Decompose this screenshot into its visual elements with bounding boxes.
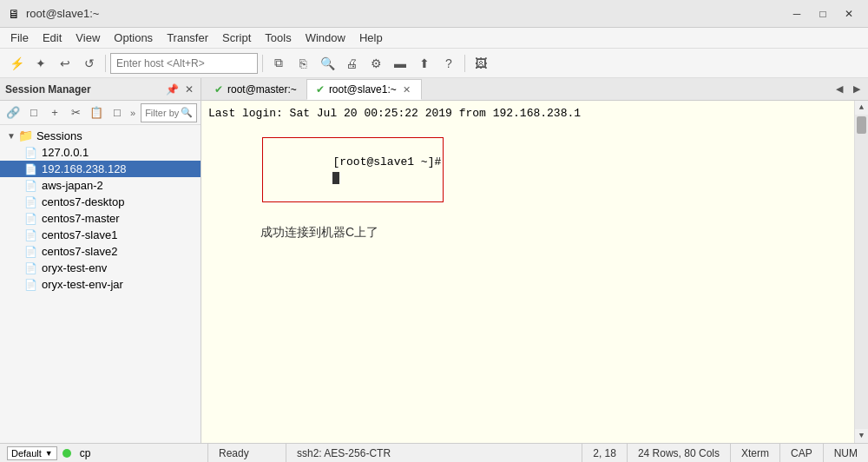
profile-dropdown[interactable]: Default ▼ <box>7 446 57 460</box>
tab-master[interactable]: ✔ root@master:~ <box>205 79 306 100</box>
session-item-1[interactable]: 📄 192.168.238.128 <box>0 161 201 177</box>
session-item-5[interactable]: 📄 centos7-slave1 <box>0 227 201 243</box>
sidebar-paste-btn[interactable]: □ <box>108 104 127 122</box>
sidebar-search-icon: 🔍 <box>181 107 193 118</box>
status-bar: Default ▼ cp Ready ssh2: AES-256-CTR 2, … <box>0 443 868 462</box>
title-bar: 🖥 root@slave1:~ ─ □ ✕ <box>0 0 868 28</box>
tab-check-slave1: ✔ <box>316 83 325 96</box>
toolbar-extra[interactable]: 🖼 <box>470 52 492 75</box>
menu-script[interactable]: Script <box>215 29 258 48</box>
sidebar-title: Session Manager <box>5 83 164 96</box>
sidebar-properties-btn[interactable]: □ <box>24 104 43 122</box>
menu-view[interactable]: View <box>69 29 107 48</box>
session-label-6: centos7-slave2 <box>42 245 117 258</box>
menu-help[interactable]: Help <box>352 29 390 48</box>
tab-label-master: root@master:~ <box>227 83 297 96</box>
menu-window[interactable]: Window <box>299 29 352 48</box>
sidebar-new-btn[interactable]: + <box>45 104 64 122</box>
tab-slave1[interactable]: ✔ root@slave1:~ ✕ <box>306 79 422 100</box>
sidebar-filter-input[interactable] <box>145 108 181 118</box>
terminal-line-prompt: [root@slave1 ~]# <box>208 122 861 218</box>
terminal-annotation: 成功连接到机器C上了 <box>260 225 861 241</box>
close-button[interactable]: ✕ <box>837 5 861 23</box>
status-num-seg: NUM <box>824 444 868 463</box>
tab-bar-arrows: ◀ ▶ <box>832 81 865 98</box>
tab-bar: ✔ root@master:~ ✔ root@slave1:~ ✕ ◀ ▶ <box>201 78 868 101</box>
menu-options[interactable]: Options <box>107 29 160 48</box>
status-encryption-seg: ssh2: AES-256-CTR <box>286 444 582 463</box>
sidebar-filter-box[interactable]: 🔍 <box>141 103 197 122</box>
status-caps-label: CAP <box>791 447 812 459</box>
session-label-3: centos7-desktop <box>42 195 124 208</box>
session-file-icon-0: 📄 <box>24 147 37 159</box>
tab-scroll-left[interactable]: ◀ <box>832 81 847 98</box>
status-right-section: Ready ssh2: AES-256-CTR 2, 18 24 Rows, 8… <box>208 444 868 462</box>
status-terminal-type-seg: Xterm <box>731 444 780 463</box>
sidebar-more-btn[interactable]: » <box>130 108 135 118</box>
scroll-down-arrow[interactable]: ▼ <box>855 429 869 443</box>
status-dimensions-label: 24 Rows, 80 Cols <box>638 447 720 459</box>
terminal-line-0: Last login: Sat Jul 20 00:25:22 2019 fro… <box>208 106 861 122</box>
scroll-thumb[interactable] <box>857 116 866 134</box>
toolbar-print[interactable]: 🖨 <box>340 52 363 75</box>
toolbar-find[interactable]: 🔍 <box>316 52 339 75</box>
session-item-3[interactable]: 📄 centos7-desktop <box>0 194 201 210</box>
scroll-up-arrow[interactable]: ▲ <box>855 101 869 115</box>
toolbar-settings[interactable]: ⚙ <box>365 52 387 75</box>
minimize-button[interactable]: ─ <box>785 5 809 23</box>
terminal-scrollbar[interactable]: ▲ ▼ <box>854 101 868 443</box>
menu-edit[interactable]: Edit <box>36 29 69 48</box>
toolbar-help[interactable]: ? <box>437 52 460 75</box>
session-item-7[interactable]: 📄 oryx-test-env <box>0 260 201 276</box>
app-icon: 🖥 <box>7 7 21 21</box>
toolbar-scripts[interactable]: ⬆ <box>413 52 436 75</box>
session-item-8[interactable]: 📄 oryx-test-env-jar <box>0 276 201 293</box>
toolbar-separator-1 <box>105 55 106 72</box>
session-item-4[interactable]: 📄 centos7-master <box>0 210 201 227</box>
scroll-track[interactable] <box>855 115 868 429</box>
sidebar-copy-btn[interactable]: 📋 <box>87 104 106 122</box>
toolbar: ⚡ ✦ ↩ ↺ ⧉ ⎘ 🔍 🖨 ⚙ ▬ ⬆ ? 🖼 <box>0 49 868 78</box>
session-label-8: oryx-test-env-jar <box>42 278 123 291</box>
terminal-prompt-box: [root@slave1 ~]# <box>262 137 444 202</box>
session-item-2[interactable]: 📄 aws-japan-2 <box>0 177 201 194</box>
toolbar-connect[interactable]: ✦ <box>30 52 52 75</box>
status-encryption-label: ssh2: AES-256-CTR <box>297 447 391 459</box>
menu-tools[interactable]: Tools <box>258 29 298 48</box>
session-item-6[interactable]: 📄 centos7-slave2 <box>0 243 201 260</box>
toolbar-disconnect[interactable]: ↺ <box>78 52 101 75</box>
status-dimensions-seg: 24 Rows, 80 Cols <box>628 444 731 463</box>
host-input[interactable] <box>110 53 258 74</box>
toolbar-paste[interactable]: ⎘ <box>292 52 314 75</box>
session-item-0[interactable]: 📄 127.0.0.1 <box>0 144 201 161</box>
sidebar-pin-icon[interactable]: 📌 <box>164 82 181 96</box>
toolbar-new-session[interactable]: ⚡ <box>5 52 28 75</box>
toolbar-reconnect[interactable]: ↩ <box>54 52 76 75</box>
session-label-7: oryx-test-env <box>42 261 107 274</box>
terminal-cursor <box>332 172 339 184</box>
menu-file[interactable]: File <box>3 29 36 48</box>
sidebar-header-icons: 📌 ✕ <box>164 82 195 96</box>
session-manager-sidebar: Session Manager 📌 ✕ 🔗 □ + ✂ 📋 □ » 🔍 ▼ 📁 … <box>0 78 201 443</box>
toolbar-options2[interactable]: ▬ <box>389 52 411 75</box>
status-caps-seg: CAP <box>780 444 824 463</box>
status-position-seg: 2, 18 <box>582 444 628 463</box>
session-label-0: 127.0.0.1 <box>42 146 89 159</box>
tab-scroll-right[interactable]: ▶ <box>849 81 865 98</box>
window-controls: ─ □ ✕ <box>785 5 861 23</box>
toolbar-copy[interactable]: ⧉ <box>267 52 290 75</box>
status-num-label: NUM <box>834 447 858 459</box>
sidebar-cut-btn[interactable]: ✂ <box>66 104 85 122</box>
maximize-button[interactable]: □ <box>811 5 835 23</box>
sessions-root[interactable]: ▼ 📁 Sessions <box>0 127 201 144</box>
session-file-icon-1: 📄 <box>24 163 37 175</box>
tab-label-slave1: root@slave1:~ <box>329 83 397 96</box>
menu-transfer[interactable]: Transfer <box>160 29 215 48</box>
status-position-label: 2, 18 <box>593 447 616 459</box>
tree-chevron-sessions: ▼ <box>7 131 16 141</box>
status-terminal-type-label: Xterm <box>741 447 769 459</box>
sidebar-link-btn[interactable]: 🔗 <box>3 104 23 122</box>
tab-close-slave1[interactable]: ✕ <box>401 84 412 96</box>
sidebar-close-icon[interactable]: ✕ <box>183 82 195 96</box>
terminal-content[interactable]: Last login: Sat Jul 20 00:25:22 2019 fro… <box>201 101 868 443</box>
